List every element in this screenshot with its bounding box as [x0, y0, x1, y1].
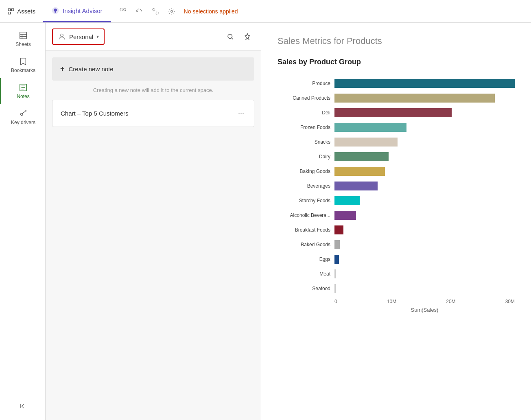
bar-track	[334, 284, 515, 293]
x-axis-title: Sum(Sales)	[334, 307, 515, 313]
bar-fill	[334, 138, 398, 147]
insight-advisor-label: Insight Advisor	[63, 7, 103, 14]
bar-track	[334, 94, 515, 103]
bar-label: Baking Goods	[278, 168, 334, 174]
assets-button[interactable]: Assets	[0, 0, 43, 22]
bar-fill	[334, 255, 339, 264]
x-axis-labels: 010M20M30M	[334, 299, 515, 304]
personal-dropdown-button[interactable]: Personal ▾	[52, 28, 105, 45]
search-notes-button[interactable]	[223, 30, 237, 44]
bar-row: Starchy Foods	[278, 193, 515, 208]
bar-fill	[334, 94, 495, 103]
bar-label: Baked Goods	[278, 242, 334, 247]
svg-rect-10	[20, 32, 27, 39]
insight-icon	[51, 7, 59, 15]
settings-tool-button[interactable]	[164, 4, 179, 19]
bar-track	[334, 211, 515, 220]
plus-icon: +	[60, 65, 65, 73]
chevron-down-icon: ▾	[96, 34, 99, 39]
key-drivers-icon	[19, 109, 28, 118]
bar-fill	[334, 108, 452, 117]
key-drivers-label: Key drivers	[11, 120, 35, 125]
sidebar-item-key-drivers[interactable]: Key drivers	[0, 104, 45, 130]
bar-track	[334, 108, 515, 117]
sidebar-item-notes[interactable]: Notes	[0, 78, 45, 104]
bar-track	[334, 182, 515, 190]
bar-row: Produce	[278, 76, 515, 91]
expand-tool-button[interactable]	[148, 4, 163, 19]
x-axis-label: 30M	[505, 299, 515, 304]
svg-point-23	[61, 34, 63, 37]
bar-fill	[334, 196, 360, 205]
refresh-tool-button[interactable]	[132, 4, 146, 19]
bar-fill	[334, 182, 378, 190]
bar-label: Frozen Foods	[278, 125, 334, 130]
search-tool-button[interactable]	[116, 4, 130, 19]
notes-label: Notes	[17, 94, 29, 99]
bar-track	[334, 240, 515, 249]
main-layout: Sheets Bookmarks Notes Key dr	[0, 23, 531, 420]
bar-track	[334, 255, 515, 264]
bookmarks-icon	[19, 57, 28, 66]
note-menu-button[interactable]: ···	[236, 107, 246, 119]
svg-rect-6	[123, 9, 125, 11]
collapse-sidebar-button[interactable]	[15, 399, 30, 413]
create-note-label: Create new note	[69, 66, 114, 72]
notes-icon	[19, 83, 28, 92]
svg-rect-1	[12, 9, 14, 11]
bar-label: Produce	[278, 81, 334, 86]
chart-subtitle: Sales by Product Group	[278, 58, 515, 66]
bar-label: Canned Products	[278, 95, 334, 101]
sidebar-item-sheets[interactable]: Sheets	[0, 26, 45, 52]
no-selections-badge: No selections applied	[184, 8, 238, 15]
svg-point-18	[21, 113, 23, 116]
bookmarks-label: Bookmarks	[11, 68, 35, 73]
svg-rect-0	[8, 9, 10, 11]
person-icon	[58, 33, 66, 41]
bar-fill	[334, 225, 343, 234]
x-axis-label: 20M	[446, 299, 455, 304]
personal-label: Personal	[69, 33, 93, 40]
chart-title: Sales Metrics for Products	[278, 36, 515, 46]
pin-notes-button[interactable]	[240, 30, 254, 44]
note-card[interactable]: Chart – Top 5 Customers ···	[52, 100, 254, 127]
bar-track	[334, 225, 515, 234]
svg-line-19	[23, 111, 26, 114]
toolbar-tools: No selections applied	[111, 4, 243, 19]
sheets-icon	[19, 31, 28, 40]
x-axis: 010M20M30M	[334, 296, 515, 304]
bar-label: Dairy	[278, 154, 334, 160]
create-note-button[interactable]: + Create new note	[52, 57, 254, 81]
bar-row: Deli	[278, 105, 515, 120]
bar-track	[334, 138, 515, 147]
bar-label: Breakfast Foods	[278, 227, 334, 233]
sidebar-bottom	[0, 399, 45, 420]
bar-row: Alcoholic Bevera...	[278, 208, 515, 223]
bar-track	[334, 269, 515, 278]
bar-label: Alcoholic Bevera...	[278, 212, 334, 218]
bar-row: Eggs	[278, 252, 515, 267]
sidebar-item-bookmarks[interactable]: Bookmarks	[0, 52, 45, 78]
bar-row: Meat	[278, 267, 515, 281]
bar-label: Snacks	[278, 139, 334, 145]
bar-label: Seafood	[278, 286, 334, 291]
svg-rect-5	[120, 9, 122, 11]
bar-row: Canned Products	[278, 91, 515, 105]
note-card-title: Chart – Top 5 Customers	[61, 110, 128, 117]
bar-row: Snacks	[278, 135, 515, 149]
bar-row: Beverages	[278, 179, 515, 193]
notes-panel: Personal ▾ + Create new	[46, 23, 261, 420]
insight-advisor-tab[interactable]: Insight Advisor	[43, 0, 111, 22]
svg-line-25	[232, 38, 233, 39]
create-hint-text: Creating a new note will add it to the c…	[46, 87, 261, 93]
bar-label: Deli	[278, 110, 334, 116]
chart-area: Sales Metrics for Products Sales by Prod…	[261, 23, 531, 420]
bar-row: Dairy	[278, 149, 515, 164]
bar-fill	[334, 211, 356, 220]
bar-label: Eggs	[278, 256, 334, 262]
header-tools	[223, 30, 254, 44]
bar-track	[334, 79, 515, 88]
bar-label: Starchy Foods	[278, 198, 334, 203]
bar-fill	[334, 152, 389, 161]
svg-rect-4	[55, 12, 56, 13]
